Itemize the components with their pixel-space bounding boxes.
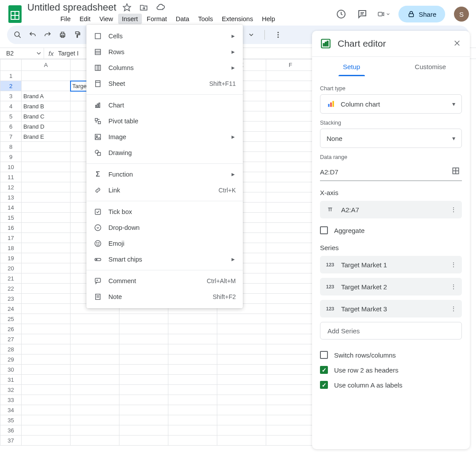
cell[interactable] [71,344,119,354]
cell[interactable] [168,324,217,334]
cell[interactable] [71,385,119,395]
row-header[interactable]: 25 [0,314,22,324]
row-header[interactable]: 33 [0,395,22,405]
cell[interactable] [217,395,266,405]
account-avatar[interactable]: S [454,7,469,22]
cell[interactable] [119,425,168,436]
cell[interactable] [168,415,217,425]
row-header[interactable]: 19 [0,253,22,263]
stacking-select[interactable]: None ▾ [320,129,462,148]
cell[interactable] [266,263,315,273]
close-icon[interactable] [453,39,462,48]
cell[interactable] [266,304,315,314]
row-header[interactable]: 3 [0,91,22,101]
cell[interactable] [119,385,168,395]
cell[interactable] [22,223,71,233]
menu-help[interactable]: Help [258,14,279,24]
cell[interactable] [266,91,315,101]
cell[interactable] [217,344,266,354]
cell[interactable] [22,415,71,425]
cell[interactable] [168,354,217,365]
col-header-F[interactable]: F [266,59,315,71]
row-header[interactable]: 6 [0,122,22,132]
cell[interactable]: Brand C [22,111,71,122]
series-chip[interactable]: 123Target Market 1⋮ [320,256,462,273]
menu-data[interactable]: Data [172,14,193,24]
row-header[interactable]: 35 [0,415,22,425]
cell[interactable] [266,395,315,405]
menu-view[interactable]: View [95,14,117,24]
insert-drop-down[interactable]: Drop-down [86,220,243,236]
cell[interactable] [266,233,315,243]
cell[interactable] [217,324,266,334]
cell[interactable] [168,405,217,415]
more-vert-icon[interactable] [274,30,283,39]
cell[interactable] [217,436,266,446]
cell[interactable] [119,344,168,354]
cell[interactable] [266,111,315,122]
cell[interactable] [266,223,315,233]
cell[interactable] [266,425,315,436]
menu-edit[interactable]: Edit [75,14,94,24]
cell[interactable] [119,405,168,415]
more-vert-icon[interactable]: ⋮ [450,206,457,213]
cell[interactable] [71,354,119,365]
cell[interactable] [22,324,71,334]
cell[interactable] [217,425,266,436]
cell[interactable] [266,182,315,192]
cell[interactable] [22,395,71,405]
row-header[interactable]: 31 [0,375,22,385]
cell[interactable] [266,142,315,152]
row-header[interactable]: 8 [0,142,22,152]
cell[interactable] [217,415,266,425]
cell[interactable] [119,415,168,425]
cell[interactable] [266,324,315,334]
cell[interactable]: Brand B [22,101,71,111]
cell[interactable] [217,365,266,375]
insert-emoji[interactable]: Emoji [86,236,243,251]
menu-file[interactable]: File [56,14,74,24]
cell[interactable] [168,375,217,385]
cell[interactable] [266,71,315,81]
cell[interactable] [266,344,315,354]
tab-customise[interactable]: Customise [391,57,470,77]
cell[interactable] [168,334,217,344]
search-icon[interactable] [13,30,22,39]
more-vert-icon[interactable]: ⋮ [450,261,457,268]
menu-extensions[interactable]: Extensions [218,14,257,24]
meet-icon[interactable] [377,8,390,20]
row-header[interactable]: 2 [0,81,22,91]
row-header[interactable]: 13 [0,192,22,203]
col-header-A[interactable]: A [22,59,71,71]
doc-title[interactable]: Untitled spreadsheet [27,2,116,13]
cell[interactable] [217,314,266,324]
cell[interactable] [71,405,119,415]
cell[interactable] [266,415,315,425]
row-header[interactable]: 22 [0,284,22,294]
cell[interactable] [217,354,266,365]
paint-format-icon[interactable] [73,30,82,39]
insert-cells[interactable]: Cells► [86,28,243,44]
cell[interactable] [119,314,168,324]
share-button[interactable]: Share [398,6,445,22]
cell[interactable] [266,385,315,395]
row-header[interactable]: 24 [0,304,22,314]
cell[interactable] [266,203,315,213]
row-header[interactable]: 34 [0,405,22,415]
cell[interactable] [22,284,71,294]
cell[interactable] [22,436,71,446]
history-icon[interactable] [335,8,347,20]
row-header[interactable]: 4 [0,101,22,111]
select-range-icon[interactable] [451,166,462,177]
cell[interactable] [22,344,71,354]
switch-rows-columns-checkbox[interactable]: Switch rows/columns [320,347,462,362]
formula-input[interactable]: Target I [58,50,79,57]
cell[interactable] [217,405,266,415]
cell[interactable] [266,132,315,142]
name-box[interactable]: B2 [0,48,44,59]
use-row-headers-checkbox[interactable]: Use row 2 as headers [320,362,462,377]
cell[interactable] [217,385,266,395]
cell[interactable] [22,375,71,385]
cell[interactable] [22,273,71,284]
cell[interactable] [266,152,315,162]
